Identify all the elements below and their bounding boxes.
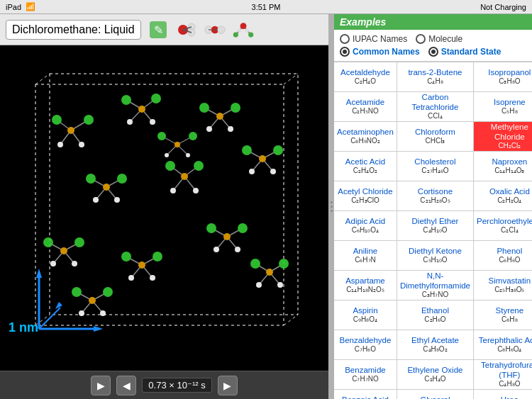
molecule-cell-15[interactable]: Adipic AcidC₆H₁₀O₄ (334, 211, 397, 241)
molecule-cell-32[interactable]: Tetrahydrofuran (THF)C₄H₈O (474, 360, 532, 390)
molecule-formula-26: C₈H₈ (501, 315, 517, 324)
molecule-cell-31[interactable]: Ethylene OxideC₂H₄O (397, 360, 474, 390)
svg-line-21 (35, 74, 50, 84)
molecule-cell-21[interactable]: AspartameC₁₄H₁₈N₂O₅ (334, 271, 397, 300)
svg-point-102 (214, 247, 219, 252)
molecule-cell-6[interactable]: AcetaminophenC₈H₉NO₂ (334, 122, 397, 152)
molecule-formula-8: CH₂Cl₂ (498, 142, 521, 150)
molecule-cell-2[interactable]: IsopropanolC₃H₈O (474, 62, 532, 92)
pencil-icon[interactable]: ✎ (147, 18, 170, 41)
molecule-cell-20[interactable]: PhenolC₆H₆O (474, 241, 532, 271)
molecule-cell-23[interactable]: SimvastatinC₂₅H₃₈O₅ (474, 271, 532, 300)
viewer-area[interactable]: 1 nm (0, 45, 328, 371)
molecule-cell-26[interactable]: StyreneC₈H₈ (474, 300, 532, 330)
svg-point-57 (206, 126, 212, 132)
svg-point-16 (248, 32, 253, 37)
molecule-formula-7: CHCl₃ (426, 137, 445, 145)
molecule-cell-27[interactable]: BenzaldehydeC₇H₆O (334, 330, 397, 360)
svg-point-89 (60, 247, 67, 254)
molecule-formula-3: C₂H₅NO (352, 107, 378, 116)
molecule-icon-2[interactable] (204, 18, 226, 41)
molecule-cell-14[interactable]: Oxalic AcidC₂H₂O₄ (474, 181, 532, 211)
molecule-cell-3[interactable]: AcetamideC₂H₅NO (334, 92, 397, 122)
svg-point-110 (150, 275, 155, 281)
molecule-name-6: Acetaminophen (337, 128, 394, 137)
molecule-name-29: Terephthalic Acid (479, 336, 532, 346)
molecule-formula-29: C₈H₆O₄ (497, 345, 521, 354)
molecule-name-19: Diethyl Ketone (409, 247, 462, 257)
molecule-name-33: Benzoic Acid (342, 395, 389, 399)
svg-point-18 (245, 28, 248, 32)
molecule-cell-24[interactable]: AspirinC₉H₈O₄ (334, 300, 397, 330)
molecule-name-11: Naproxen (492, 157, 527, 167)
svg-point-9 (217, 26, 225, 33)
common-names-radio[interactable]: Common Names (340, 47, 420, 57)
molecule-formula-23: C₂₅H₃₈O₅ (494, 286, 524, 294)
molecule-cell-10[interactable]: CholesterolC₂₇H₄₆O (397, 152, 474, 181)
molecule-icon-1[interactable] (175, 18, 198, 41)
panel-divider[interactable] (328, 14, 334, 399)
molecule-cell-18[interactable]: AnilineC₆H₇N (334, 241, 397, 271)
prev-button[interactable]: ◀ (116, 376, 136, 395)
molecule-radio[interactable]: Molecule (416, 34, 462, 44)
svg-point-65 (270, 169, 276, 174)
play-button[interactable]: ▶ (91, 376, 111, 395)
svg-point-111 (128, 275, 134, 281)
standard-state-label: Standard State (441, 47, 501, 57)
molecule-cell-17[interactable]: PerchloroethyleneC₂Cl₄ (474, 211, 532, 241)
molecule-cell-34[interactable]: GlycerolC₃H₈O₃ (397, 390, 474, 399)
molecule-formula-31: C₂H₄O (424, 375, 445, 383)
iupac-names-label: IUPAC Names (353, 34, 407, 44)
molecule-formula-21: C₁₄H₁₈N₂O₅ (346, 286, 384, 294)
svg-point-45 (151, 94, 161, 103)
molecule-cell-16[interactable]: Diethyl EtherC₄H₁₀O (397, 211, 474, 241)
molecule-cell-1[interactable]: trans-2-ButeneC₄H₈ (397, 62, 474, 92)
molecule-cell-22[interactable]: N,N-DimethylformamideC₃H₇NO (397, 271, 474, 300)
molecule-cell-11[interactable]: NaproxenC₁₄H₁₄O₃ (474, 152, 532, 181)
iupac-names-radio[interactable]: IUPAC Names (340, 34, 407, 44)
molecule-formula-4: CCl₄ (428, 112, 443, 120)
molecule-formula-15: C₆H₁₀O₄ (352, 226, 379, 235)
svg-point-135 (189, 132, 197, 140)
svg-point-53 (216, 113, 223, 120)
molecule-name-25: Ethanol (421, 306, 449, 316)
status-device: iPad (6, 3, 21, 11)
standard-state-radio[interactable]: Standard State (428, 47, 501, 57)
svg-point-35 (67, 127, 74, 134)
svg-point-129 (79, 310, 84, 316)
radio-section: IUPAC Names Molecule Common Names Standa… (334, 30, 532, 62)
molecule-name-34: Glycerol (420, 395, 450, 399)
molecule-cell-13[interactable]: CortisoneC₂₁H₂₈O₅ (397, 181, 474, 211)
molecule-name-4: Carbon Tetrachloride (400, 93, 470, 113)
molecule-cell-5[interactable]: IsopreneC₅H₈ (474, 92, 532, 122)
molecule-cell-29[interactable]: Terephthalic AcidC₈H₆O₄ (474, 330, 532, 360)
svg-point-54 (231, 103, 240, 113)
next-button[interactable]: ▶ (218, 376, 238, 395)
molecule-cell-4[interactable]: Carbon TetrachlorideCCl₄ (397, 92, 474, 122)
molecule-cell-28[interactable]: Ethyl AcetateC₄H₈O₂ (397, 330, 474, 360)
molecule-cell-33[interactable]: Benzoic AcidC₇H₆O₂ (334, 390, 397, 399)
molecule-name-26: Styrene (496, 306, 524, 316)
molecule-cell-19[interactable]: Diethyl KetoneC₅H₁₀O (397, 241, 474, 271)
molecule-cell-30[interactable]: BenzamideC₇H₇NO (334, 360, 397, 390)
divider-dot (331, 210, 333, 212)
molecule-name-13: Cortisone (418, 187, 453, 197)
molecule-cell-7[interactable]: ChloroformCHCl₃ (397, 122, 474, 152)
molecule-cell-25[interactable]: EthanolC₂H₆O (397, 300, 474, 330)
molecule-cell-0[interactable]: AcetaldehydeC₂H₄O (334, 62, 397, 92)
svg-marker-30 (55, 302, 62, 309)
svg-point-98 (223, 233, 231, 240)
molecule-cell-35[interactable]: UreaCH₄N₂O (474, 390, 532, 399)
molecule-cell-9[interactable]: Acetic AcidC₂H₄O₂ (334, 152, 397, 181)
molecule-formula-6: C₈H₉NO₂ (350, 137, 379, 145)
molecule-cell-8[interactable]: Methylene ChlorideCH₂Cl₂ (474, 122, 532, 152)
common-names-label: Common Names (353, 47, 420, 57)
molecule-cell-12[interactable]: Acetyl ChlorideC₂H₃ClO (334, 181, 397, 211)
molecule-name-27: Benzaldehyde (340, 336, 392, 346)
molecule-icon-3[interactable] (232, 18, 255, 41)
molecule-formula-10: C₂₇H₄₆O (421, 167, 448, 175)
radio-row-2: Common Names Standard State (340, 45, 526, 58)
svg-point-120 (256, 282, 262, 288)
molecule-name-5: Isoprene (494, 98, 526, 108)
svg-point-48 (127, 119, 133, 125)
